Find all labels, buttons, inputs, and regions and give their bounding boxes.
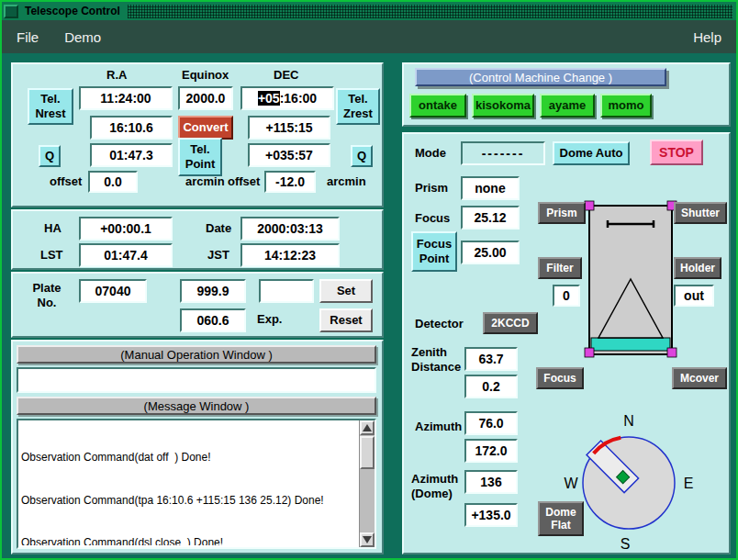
tel-point-line1: Tel.: [190, 142, 209, 157]
jst-label: JST: [207, 248, 229, 263]
machine-momo-button[interactable]: momo: [600, 94, 652, 118]
equinox-input[interactable]: 2000.0: [178, 86, 233, 110]
dome-auto-button[interactable]: Dome Auto: [553, 141, 630, 165]
zenith-label-line2: Distance: [411, 360, 461, 375]
tel-zrest-button[interactable]: Tel. Zrest: [336, 88, 380, 125]
menu-help[interactable]: Help: [693, 29, 721, 45]
focus-point-line2: Point: [419, 252, 450, 266]
date-field[interactable]: 2000:03:13: [240, 217, 340, 241]
exposure-preset-field[interactable]: 999.9: [180, 279, 246, 303]
q-left-button[interactable]: Q: [39, 145, 61, 167]
message-list: Observation Command(dat off ) Done! Obse…: [21, 422, 356, 545]
mcover-button[interactable]: Mcover: [672, 367, 727, 389]
azimuth-dome-field[interactable]: 136: [464, 470, 518, 494]
ra-label: R.A: [106, 68, 127, 83]
focus-point-button[interactable]: Focus Point: [411, 231, 457, 272]
azimuth-label: Azimuth: [415, 420, 462, 434]
mode-display: -------: [461, 141, 545, 165]
compass-east-label: E: [684, 476, 694, 491]
menu-file[interactable]: File: [17, 29, 39, 45]
ra-converted-field[interactable]: 16:10.6: [90, 116, 173, 140]
time-panel: HA +00:00.1 Date 2000:03:13 LST 01:47.4 …: [11, 209, 384, 270]
dec-label: DEC: [274, 68, 298, 83]
dome-flat-line2: Flat: [551, 519, 570, 532]
ha-label: HA: [44, 221, 62, 236]
dec-selected-text: +05: [258, 91, 280, 106]
dome-flat-button[interactable]: Dome Flat: [538, 501, 584, 536]
scrollbar-thumb[interactable]: [360, 436, 375, 469]
shutter-button[interactable]: Shutter: [674, 202, 727, 224]
focus-label: Focus: [415, 211, 450, 226]
arcmin-right-label: arcmin: [327, 174, 366, 189]
zenith-rate-field[interactable]: 0.2: [464, 375, 518, 398]
machine-panel: (Control Machine Change ) ontake kisokom…: [402, 62, 731, 127]
dec-input[interactable]: +05:16:00: [240, 86, 334, 110]
focus-target-field[interactable]: 25.00: [461, 241, 520, 264]
prism-button[interactable]: Prism: [538, 202, 586, 224]
ra-hour-angle-field[interactable]: 01:47.3: [90, 143, 173, 167]
telescope-diagram: [584, 198, 685, 378]
machine-ayame-button[interactable]: ayame: [540, 94, 595, 118]
plate-label-line1: Plate: [26, 281, 68, 296]
console-panel: (Manual Operation Window ) (Message Wind…: [11, 340, 384, 554]
detector-value-button[interactable]: 2KCCD: [483, 312, 538, 334]
plate-number-input[interactable]: 07040: [79, 279, 147, 303]
zenith-distance-field[interactable]: 63.7: [464, 347, 518, 371]
zenith-distance-label: ZenithDistance: [411, 345, 461, 375]
machine-kisokoma-button[interactable]: kisokoma: [472, 94, 534, 118]
focus-point-line1: Focus: [417, 237, 452, 252]
lst-field[interactable]: 01:47.4: [79, 243, 173, 267]
holder-button[interactable]: Holder: [674, 257, 721, 279]
tel-nrest-button[interactable]: Tel. Nrest: [28, 88, 73, 125]
ra-offset-input[interactable]: 0.0: [88, 171, 138, 193]
tel-zrest-line2: Zrest: [343, 106, 373, 121]
compass-north-label: N: [623, 413, 634, 429]
set-button[interactable]: Set: [319, 279, 373, 303]
azimuth-dome-target-field[interactable]: +135.0: [464, 503, 518, 527]
coordinates-panel: R.A Equinox DEC Tel. Nrest 11:24:00 2000…: [11, 62, 384, 207]
focus-button[interactable]: Focus: [536, 367, 584, 389]
message-line: Observation Command(dat off ) Done!: [21, 451, 356, 465]
tel-point-line2: Point: [185, 157, 216, 172]
azimuth-target-field[interactable]: 172.0: [464, 439, 518, 463]
azimuth-field[interactable]: 76.0: [464, 411, 518, 435]
az-dome-label-line1: Azimuth: [411, 472, 458, 487]
plate-label-line2: No.: [26, 296, 68, 310]
dec-converted-field[interactable]: +115:15: [248, 116, 330, 140]
holder-position-field[interactable]: out: [674, 285, 714, 307]
dec-offset-input[interactable]: -12.0: [264, 171, 316, 193]
window-title: Telescope Control: [20, 5, 128, 17]
reset-button[interactable]: Reset: [319, 308, 373, 332]
exposure-input[interactable]: [259, 279, 314, 303]
jst-field[interactable]: 14:12:23: [240, 243, 340, 267]
offset-right-label: offset: [228, 174, 260, 189]
az-dome-label-line2: (Dome): [411, 487, 458, 501]
ha-field[interactable]: +00:00.1: [79, 217, 173, 241]
dome-flat-line1: Dome: [545, 506, 576, 519]
q-right-button[interactable]: Q: [351, 145, 373, 167]
prism-value-field[interactable]: none: [461, 176, 520, 200]
titlebar-grip[interactable]: [128, 5, 732, 18]
titlebar[interactable]: Telescope Control: [2, 2, 736, 20]
message-scrollbar[interactable]: [359, 420, 375, 547]
window-menu-icon[interactable]: [4, 5, 18, 18]
focus-current-field[interactable]: 25.12: [461, 206, 520, 230]
scroll-down-button[interactable]: [360, 532, 375, 547]
azimuth-dome-label: Azimuth(Dome): [411, 472, 458, 501]
stop-button[interactable]: STOP: [650, 140, 703, 165]
manual-command-input[interactable]: [17, 367, 376, 393]
convert-button[interactable]: Convert: [178, 116, 233, 140]
menu-demo[interactable]: Demo: [64, 29, 101, 45]
filter-button[interactable]: Filter: [538, 257, 582, 279]
tel-nrest-line2: Nrest: [35, 106, 65, 121]
filter-position-field[interactable]: 0: [553, 285, 580, 307]
message-window-header: (Message Window ): [17, 397, 376, 415]
machine-ontake-button[interactable]: ontake: [409, 94, 466, 118]
exposure-elapsed-field[interactable]: 060.6: [180, 308, 246, 332]
ra-input[interactable]: 11:24:00: [79, 86, 173, 110]
dec-rest-text: :16:00: [280, 91, 317, 106]
scroll-up-button[interactable]: [360, 420, 375, 435]
tel-point-button[interactable]: Tel. Point: [178, 138, 222, 176]
dec-zenith-field[interactable]: +035:57: [248, 143, 330, 167]
control-panel: Mode ------- Dome Auto STOP Prism none F…: [402, 132, 731, 554]
